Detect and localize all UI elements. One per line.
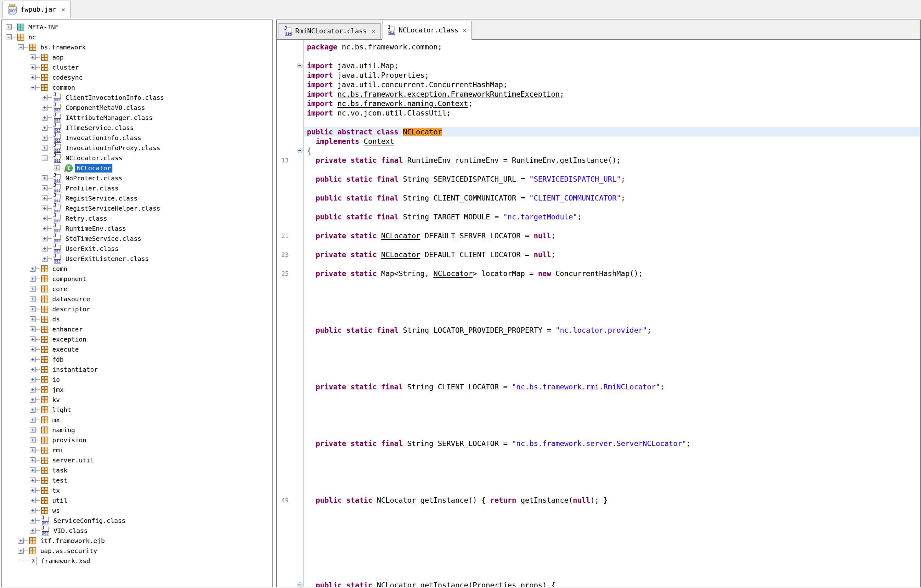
tree-node-test[interactable]: test [2,475,272,485]
expand-icon[interactable] [30,65,36,70]
tree-node-descriptor[interactable]: descriptor [2,304,272,314]
tree-node-execute[interactable]: execute [2,344,272,354]
tree-node-NCLocator[interactable]: NCLocator [2,163,272,173]
tree-node-uap.ws.security[interactable]: uap.ws.security [2,546,272,556]
collapse-icon[interactable] [42,155,47,161]
tree-node-core[interactable]: core [2,284,272,294]
expand-icon[interactable] [30,377,36,383]
tree-node-light[interactable]: light [2,405,272,415]
expand-icon[interactable] [30,367,36,372]
expand-icon[interactable] [54,165,60,171]
tree-node-NCLocator.class[interactable]: NCLocator.class [2,153,272,163]
tree-node-InvocationInfo.class[interactable]: InvocationInfo.class [2,133,272,143]
expand-icon[interactable] [42,236,47,241]
expand-icon[interactable] [42,115,47,121]
close-icon[interactable]: ✕ [371,28,375,35]
expand-icon[interactable] [42,125,47,130]
expand-icon[interactable] [42,145,47,151]
expand-icon[interactable] [42,226,47,231]
tree-node-StdTimeService.class[interactable]: StdTimeService.class [2,234,272,244]
tree-node-server.util[interactable]: server.util [2,455,272,465]
tree-node-Profiler.class[interactable]: Profiler.class [2,183,272,193]
expand-icon[interactable] [30,266,36,272]
expand-icon[interactable] [30,326,36,332]
tree-node-itf.framework.ejb[interactable]: itf.framework.ejb [2,536,272,546]
tree-node-RuntimeEnv.class[interactable]: RuntimeEnv.class [2,223,272,234]
expand-icon[interactable] [30,276,36,282]
fold-collapse-icon[interactable] [297,148,303,153]
expand-icon[interactable] [30,417,36,423]
expand-icon[interactable] [30,458,36,463]
collapse-icon[interactable] [6,34,11,40]
expand-icon[interactable] [42,175,47,181]
tree-node-provision[interactable]: provision [2,435,272,445]
tree-node-tx[interactable]: tx [2,485,272,495]
expand-icon[interactable] [30,508,36,513]
expand-icon[interactable] [30,296,36,302]
package-tree[interactable]: META-INFncbs.frameworkaopclustercodesync… [2,20,272,566]
tree-node-cluster[interactable]: cluster [2,62,272,72]
expand-icon[interactable] [30,54,36,60]
tree-node-rmi[interactable]: rmi [2,445,272,455]
expand-icon[interactable] [30,477,36,483]
jar-tab[interactable]: fwpub.jar ✕ [3,1,70,18]
expand-icon[interactable] [30,518,36,523]
expand-icon[interactable] [30,357,36,362]
tree-node-NoProtect.class[interactable]: NoProtect.class [2,173,272,183]
expand-icon[interactable] [30,427,36,433]
tree-node-util[interactable]: util [2,495,272,505]
tree-node-bs.framework[interactable]: bs.framework [2,42,272,52]
expand-icon[interactable] [30,397,36,402]
tree-node-component[interactable]: component [2,274,272,284]
tree-node-Retry.class[interactable]: Retry.class [2,213,272,223]
expand-icon[interactable] [42,216,47,221]
tree-node-framework.xsd[interactable]: framework.xsd [2,556,272,566]
tree-node-META-INF[interactable]: META-INF [2,22,272,32]
expand-icon[interactable] [30,447,36,453]
expand-icon[interactable] [30,387,36,393]
tree-node-UserExit.class[interactable]: UserExit.class [2,244,272,254]
tree-node-task[interactable]: task [2,465,272,475]
tree-node-IAttributeManager.class[interactable]: IAttributeManager.class [2,113,272,123]
tree-node-instantiator[interactable]: instantiator [2,365,272,375]
tree-node-naming[interactable]: naming [2,425,272,435]
fold-collapse-icon[interactable] [297,63,303,68]
expand-icon[interactable] [42,256,47,262]
tree-node-RegistServiceHelper.class[interactable]: RegistServiceHelper.class [2,204,272,213]
expand-icon[interactable] [30,75,36,80]
tree-node-ws[interactable]: ws [2,505,272,516]
tree-node-comn[interactable]: comn [2,264,272,274]
tree-node-kv[interactable]: kv [2,395,272,405]
tree-node-mx[interactable]: mx [2,415,272,425]
expand-icon[interactable] [30,316,36,322]
editor-tab-RmiNCLocator.class[interactable]: RmiNCLocator.class✕ [278,23,381,39]
expand-icon[interactable] [30,306,36,312]
close-icon[interactable]: ✕ [61,6,65,13]
tree-node-codesync[interactable]: codesync [2,72,272,83]
collapse-icon[interactable] [30,85,36,90]
expand-icon[interactable] [30,337,36,342]
tree-node-enhancer[interactable]: enhancer [2,324,272,334]
tree-node-aop[interactable]: aop [2,52,272,62]
tree-node-InvocationInfoProxy.class[interactable]: InvocationInfoProxy.class [2,143,272,153]
editor-tab-NCLocator.class[interactable]: NCLocator.class✕ [382,21,472,40]
collapse-icon[interactable] [18,44,24,50]
expand-icon[interactable] [42,195,47,201]
expand-icon[interactable] [30,488,36,493]
expand-icon[interactable] [18,548,24,554]
tree-node-common[interactable]: common [2,83,272,93]
expand-icon[interactable] [6,24,11,30]
tree-node-datasource[interactable]: datasource [2,294,272,304]
tree-node-VID.class[interactable]: VID.class [2,526,272,536]
tree-node-ServiceConfig.class[interactable]: ServiceConfig.class [2,516,272,526]
expand-icon[interactable] [30,498,36,503]
code-editor[interactable]: package nc.bs.framework.common;import ja… [277,40,920,587]
expand-icon[interactable] [42,246,47,251]
expand-icon[interactable] [30,467,36,473]
fold-collapse-icon[interactable] [297,582,303,587]
tree-node-exception[interactable]: exception [2,334,272,344]
expand-icon[interactable] [18,538,24,544]
expand-icon[interactable] [42,186,47,191]
expand-icon[interactable] [30,407,36,413]
expand-icon[interactable] [42,105,47,111]
